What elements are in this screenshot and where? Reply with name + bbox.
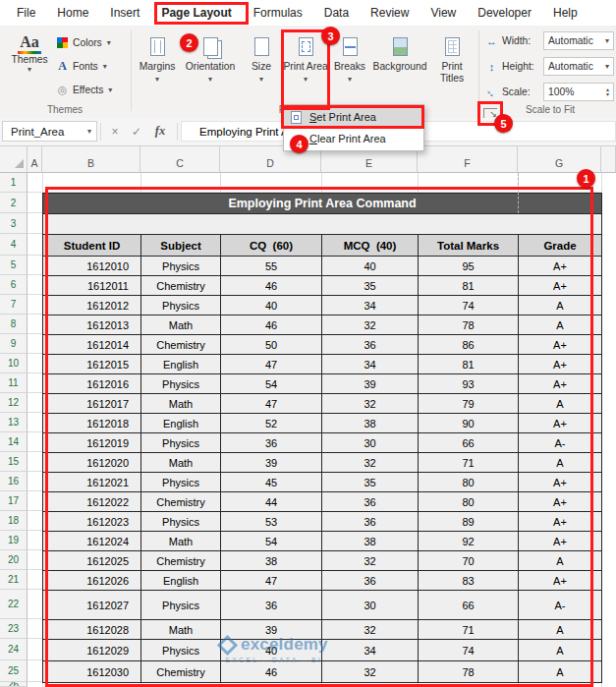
table-cell[interactable]: A+	[519, 473, 602, 492]
table-cell[interactable]: A+	[519, 414, 602, 433]
scale-spinner[interactable]: 100% ▴▾	[543, 83, 614, 101]
table-cell[interactable]: 36	[322, 571, 419, 591]
row-header-24[interactable]: 24	[0, 639, 28, 660]
row-header-22[interactable]: 22	[0, 590, 28, 619]
table-cell[interactable]: 83	[419, 571, 519, 591]
table-cell[interactable]: 1612017	[43, 394, 141, 414]
table-cell[interactable]: English	[141, 414, 221, 433]
table-cell[interactable]: 1612016	[43, 374, 141, 394]
table-cell[interactable]: 80	[419, 473, 519, 492]
table-cell[interactable]: 30	[322, 433, 419, 453]
table-cell[interactable]: A-	[519, 591, 602, 620]
row-header-14[interactable]: 14	[0, 432, 28, 452]
insert-function-button[interactable]: fx	[149, 121, 171, 142]
table-cell[interactable]: 34	[322, 355, 419, 374]
column-header-B[interactable]: B	[42, 145, 140, 173]
table-cell[interactable]: 36	[322, 335, 419, 355]
table-cell[interactable]: 46	[221, 315, 322, 335]
cancel-button[interactable]: ×	[104, 121, 126, 142]
table-cell[interactable]: A	[519, 620, 602, 640]
table-cell[interactable]: 32	[322, 453, 419, 473]
row-header-6[interactable]: 6	[0, 275, 28, 295]
table-cell[interactable]: 92	[419, 532, 519, 551]
table-cell[interactable]: A+	[519, 492, 602, 512]
table-cell[interactable]: 71	[419, 453, 519, 473]
table-cell[interactable]: 34	[322, 640, 419, 661]
table-header-cell[interactable]: Grade	[519, 235, 602, 257]
table-cell[interactable]: Chemistry	[141, 661, 221, 683]
table-cell[interactable]: 32	[322, 620, 419, 640]
table-cell[interactable]: 1612024	[43, 532, 141, 551]
ribbon-button-print-titles[interactable]: Print Titles	[428, 29, 476, 110]
table-cell[interactable]: 1612011	[43, 276, 141, 296]
table-cell[interactable]: 39	[322, 374, 419, 394]
row-header-5[interactable]: 5	[0, 256, 28, 275]
row-header-20[interactable]: 20	[0, 550, 28, 570]
ribbon-button-background[interactable]: Background	[371, 29, 428, 110]
table-cell[interactable]: 86	[419, 335, 519, 355]
table-cell[interactable]: 90	[419, 414, 519, 433]
table-cell[interactable]: 40	[322, 257, 419, 276]
tab-developer[interactable]: Developer	[467, 1, 542, 25]
table-cell[interactable]: 66	[419, 591, 519, 620]
table-cell[interactable]: 1612014	[43, 335, 141, 355]
table-cell[interactable]: 79	[419, 394, 519, 414]
table-cell[interactable]: A+	[519, 374, 602, 394]
table-cell[interactable]: Chemistry	[141, 335, 221, 355]
table-cell[interactable]: 45	[221, 473, 322, 492]
tab-home[interactable]: Home	[46, 1, 99, 25]
table-cell[interactable]: 80	[419, 492, 519, 512]
row-header-25[interactable]: 25	[0, 660, 28, 682]
table-cell[interactable]: 78	[419, 661, 519, 683]
column-header-F[interactable]: F	[418, 145, 518, 173]
row-header-8[interactable]: 8	[0, 315, 28, 334]
table-cell[interactable]: 78	[419, 315, 519, 335]
table-cell[interactable]: Physics	[141, 512, 221, 532]
table-cell[interactable]: Physics	[141, 433, 221, 453]
tab-data[interactable]: Data	[313, 1, 360, 25]
table-cell[interactable]: 38	[322, 414, 419, 433]
table-cell[interactable]: 54	[221, 532, 322, 551]
table-cell[interactable]: 36	[221, 591, 322, 620]
ribbon-button-size[interactable]: Size▾	[240, 29, 283, 110]
colors-button[interactable]: Colors ▾	[57, 32, 111, 52]
table-cell[interactable]: 38	[322, 532, 419, 551]
menu-item-set-print-area[interactable]: Set Print Area	[284, 106, 423, 128]
table-cell[interactable]: 53	[221, 512, 322, 532]
table-cell[interactable]: A+	[519, 532, 602, 551]
row-header-3[interactable]: 3	[0, 213, 28, 234]
table-cell[interactable]: Math	[141, 315, 221, 335]
table-cell[interactable]: A+	[519, 335, 602, 355]
table-cell[interactable]: 32	[322, 394, 419, 414]
table-cell[interactable]: 1612020	[43, 453, 141, 473]
row-header-17[interactable]: 17	[0, 491, 28, 511]
table-cell[interactable]: 1612015	[43, 355, 141, 374]
table-cell[interactable]: 70	[419, 551, 519, 571]
tab-page-layout[interactable]: Page Layout	[150, 1, 242, 25]
table-cell[interactable]: 81	[419, 276, 519, 296]
table-cell[interactable]: 32	[322, 661, 419, 683]
table-cell[interactable]: A+	[519, 257, 602, 276]
table-cell[interactable]: 46	[221, 276, 322, 296]
row-header-16[interactable]: 16	[0, 472, 28, 491]
table-cell[interactable]: Math	[141, 532, 221, 551]
row-header-18[interactable]: 18	[0, 511, 28, 531]
row-header-19[interactable]: 19	[0, 531, 28, 550]
table-header-cell[interactable]: Total Marks	[419, 235, 519, 257]
tab-insert[interactable]: Insert	[99, 1, 150, 25]
table-cell[interactable]: A	[519, 661, 602, 683]
table-cell[interactable]: 66	[419, 433, 519, 453]
table-cell[interactable]: 39	[221, 453, 322, 473]
row-header-13[interactable]: 13	[0, 413, 28, 432]
table-cell[interactable]: 55	[221, 257, 322, 276]
name-box[interactable]: Print_Area ▾	[2, 121, 97, 142]
row-header-2[interactable]: 2	[0, 193, 28, 213]
table-cell[interactable]: 32	[322, 551, 419, 571]
row-header-11[interactable]: 11	[0, 373, 28, 393]
table-cell[interactable]: 93	[419, 374, 519, 394]
table-cell[interactable]: A	[519, 315, 602, 335]
row-header-1[interactable]: 1	[0, 173, 28, 193]
table-cell[interactable]: 1612019	[43, 433, 141, 453]
table-cell[interactable]: 1612021	[43, 473, 141, 492]
effects-button[interactable]: ◎ Effects ▾	[57, 80, 112, 99]
